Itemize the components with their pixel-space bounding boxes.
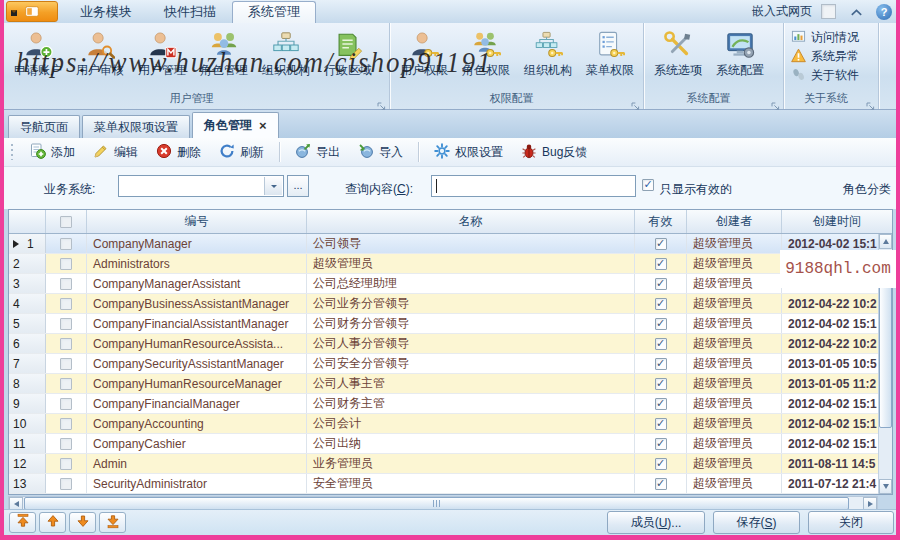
column-header-3[interactable]: 创建者 — [687, 210, 782, 233]
save-button[interactable]: 保存(S) — [713, 511, 800, 534]
ribbon-button-role-key[interactable]: 角色权限 — [455, 25, 517, 91]
ribbon-tab-1[interactable]: 快件扫描 — [148, 1, 232, 23]
table-row[interactable]: 1CompanyManager公司领导超级管理员2012-04-02 15:1 — [9, 234, 892, 254]
valid-checkbox[interactable] — [655, 278, 667, 290]
table-row[interactable]: 6CompanyHumanResourceAssista...公司人事分管领导超… — [9, 334, 892, 354]
close-tab-icon[interactable]: × — [259, 119, 267, 132]
table-row[interactable]: 4CompanyBusinessAssistantManager公司业务分管领导… — [9, 294, 892, 314]
valid-checkbox[interactable] — [655, 458, 667, 470]
ribbon-tab-0[interactable]: 业务模块 — [64, 1, 148, 23]
valid-checkbox[interactable] — [655, 358, 667, 370]
embedded-page-checkbox[interactable] — [821, 4, 836, 19]
only-valid-checkbox[interactable] — [642, 179, 654, 191]
row-checkbox[interactable] — [60, 378, 72, 390]
toolbar-button-delete[interactable]: 删除 — [147, 140, 210, 164]
ribbon-button-about[interactable]: 关于软件 — [789, 66, 878, 85]
app-menu-button[interactable] — [6, 1, 58, 22]
move-up-button[interactable] — [39, 512, 66, 533]
combo-dropdown-icon[interactable] — [264, 177, 282, 195]
combo-browse-button[interactable]: ... — [287, 175, 309, 197]
dialog-launcher-icon[interactable] — [377, 97, 387, 107]
valid-checkbox[interactable] — [655, 478, 667, 490]
ribbon-button-role-manage[interactable]: 角色管理 — [193, 25, 255, 91]
row-checkbox[interactable] — [60, 358, 72, 370]
valid-checkbox[interactable] — [655, 298, 667, 310]
table-row[interactable]: 3CompanyManagerAssistant公司总经理助理超级管理员 — [9, 274, 892, 294]
valid-checkbox[interactable] — [655, 258, 667, 270]
select-all-checkbox[interactable] — [60, 216, 72, 228]
move-down-button[interactable] — [69, 512, 96, 533]
ribbon-button-user-add[interactable]: 申请账户 — [7, 25, 69, 91]
valid-checkbox[interactable] — [655, 238, 667, 250]
toolbar-button-import[interactable]: 导入 — [349, 140, 412, 164]
dialog-launcher-icon[interactable] — [866, 97, 876, 107]
move-top-button[interactable] — [9, 512, 36, 533]
table-row[interactable]: 8CompanyHumanResourceManager公司人事主管超级管理员2… — [9, 374, 892, 394]
toolbar-button-edit[interactable]: 编辑 — [84, 140, 147, 164]
dialog-launcher-icon[interactable] — [631, 97, 641, 107]
ribbon-button-org-key[interactable]: 组织机构 — [517, 25, 579, 91]
column-header-4[interactable]: 创建时间 — [782, 210, 892, 233]
row-checkbox[interactable] — [60, 278, 72, 290]
move-bottom-button[interactable] — [99, 512, 126, 533]
row-checkbox[interactable] — [60, 478, 72, 490]
ribbon-button-user-manage[interactable]: 用户管理 — [131, 25, 193, 91]
header-checkbox-cell[interactable] — [46, 210, 87, 233]
row-checkbox[interactable] — [60, 338, 72, 350]
ribbon-button-region[interactable]: 行政区域 — [317, 25, 379, 91]
ribbon-button-chart[interactable]: 访问情况 — [789, 28, 878, 47]
row-checkbox[interactable] — [60, 318, 72, 330]
valid-checkbox[interactable] — [655, 338, 667, 350]
ribbon-button-tools[interactable]: 系统选项 — [647, 25, 709, 91]
toolbar-button-add[interactable]: 添加 — [21, 140, 84, 164]
ribbon-button-monitor-gear[interactable]: 系统配置 — [709, 25, 771, 91]
ribbon-button-org[interactable]: 组织机构 — [255, 25, 317, 91]
ribbon-tab-2[interactable]: 系统管理 — [232, 1, 316, 23]
column-header-2[interactable]: 有效 — [635, 210, 687, 233]
ribbon-button-menu-key[interactable]: 菜单权限 — [579, 25, 641, 91]
table-row[interactable]: 7CompanySecurityAssistantManager公司安全分管领导… — [9, 354, 892, 374]
scroll-up-icon[interactable] — [879, 234, 892, 249]
valid-checkbox[interactable] — [655, 418, 667, 430]
collapse-ribbon-button[interactable] — [845, 3, 867, 20]
table-row[interactable]: 13SecurityAdministrator安全管理员超级管理员2011-07… — [9, 474, 892, 494]
dialog-launcher-icon[interactable] — [771, 97, 781, 107]
scroll-down-icon[interactable] — [879, 479, 892, 494]
table-row[interactable]: 12Admin业务管理员超级管理员2011-08-11 14:5 — [9, 454, 892, 474]
valid-checkbox[interactable] — [655, 318, 667, 330]
help-icon[interactable]: ? — [876, 4, 892, 20]
toolbar-button-bug[interactable]: Bug反馈 — [512, 140, 596, 164]
table-row[interactable]: 9CompanyFinancialManager公司财务主管超级管理员2012-… — [9, 394, 892, 414]
toolbar-grip[interactable] — [11, 144, 13, 160]
column-header-0[interactable]: 编号 — [87, 210, 307, 233]
toolbar-button-refresh[interactable]: 刷新 — [210, 140, 273, 164]
row-checkbox[interactable] — [60, 458, 72, 470]
query-input[interactable] — [431, 175, 636, 197]
table-row[interactable]: 11CompanyCashier公司出纳超级管理员2012-04-02 15:1 — [9, 434, 892, 454]
table-row[interactable]: 5CompanyFinancialAssistantManager公司财务分管领… — [9, 314, 892, 334]
ribbon-button-user-audit[interactable]: 用户审核 — [69, 25, 131, 91]
table-row[interactable]: 10CompanyAccounting公司会计超级管理员2012-04-02 1… — [9, 414, 892, 434]
row-checkbox[interactable] — [60, 258, 72, 270]
members-button[interactable]: 成员(U)... — [607, 511, 705, 534]
row-checkbox[interactable] — [60, 398, 72, 410]
toolbar-button-export[interactable]: 导出 — [286, 140, 349, 164]
ribbon-button-user-key[interactable]: 用户权限 — [393, 25, 455, 91]
close-button[interactable]: 关闭 — [808, 511, 894, 534]
toolbar-button-gear[interactable]: 权限设置 — [425, 140, 512, 164]
tab-0[interactable]: 导航页面 — [8, 115, 80, 138]
table-row[interactable]: 2Administrators超级管理员超级管理员 — [9, 254, 892, 274]
tab-active-2[interactable]: 角色管理× — [192, 112, 279, 138]
valid-checkbox[interactable] — [655, 378, 667, 390]
row-indicator-cell: 12 — [9, 454, 46, 473]
row-checkbox[interactable] — [60, 298, 72, 310]
row-checkbox[interactable] — [60, 418, 72, 430]
valid-checkbox[interactable] — [655, 438, 667, 450]
tab-1[interactable]: 菜单权限项设置 — [82, 115, 190, 138]
valid-checkbox[interactable] — [655, 398, 667, 410]
row-checkbox[interactable] — [60, 238, 72, 250]
column-header-1[interactable]: 名称 — [307, 210, 635, 233]
business-system-combobox[interactable] — [118, 175, 284, 197]
ribbon-button-warning[interactable]: 系统异常 — [789, 47, 878, 66]
row-checkbox[interactable] — [60, 438, 72, 450]
